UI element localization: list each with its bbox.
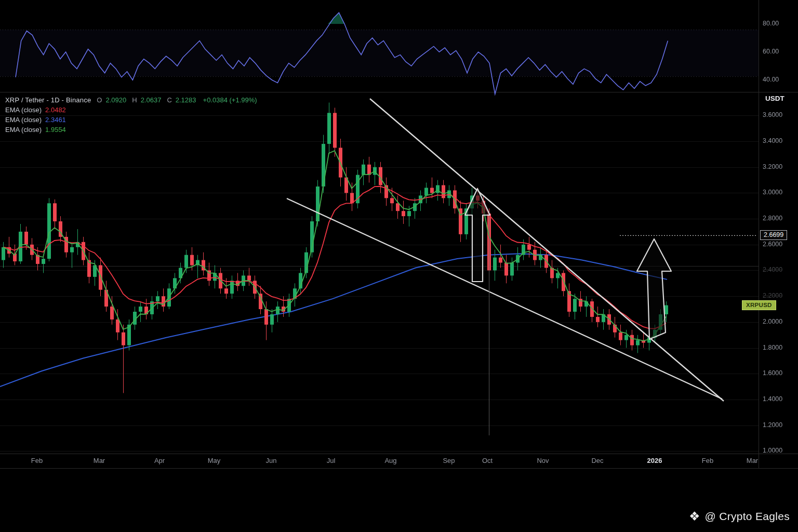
target-price-flag[interactable]: 2.6699 xyxy=(760,230,787,240)
time-axis-label: Aug xyxy=(384,457,396,464)
time-axis-label: Apr xyxy=(154,457,165,464)
price-axis-tick: 1.2000 xyxy=(763,421,782,429)
close-value: 2.1283 xyxy=(176,95,196,105)
price-axis-tick: 2.6000 xyxy=(763,241,782,248)
high-label: H xyxy=(132,95,137,105)
currency-label[interactable]: USDT xyxy=(765,95,784,102)
high-value: 2.0637 xyxy=(141,95,162,105)
ticker-price-flag[interactable]: XRPUSD xyxy=(742,300,776,310)
chart-legend: XRP / Tether - 1D - Binance O2.0920 H2.0… xyxy=(5,95,257,135)
watermark-text: @ Crypto Eagles xyxy=(704,510,790,523)
time-axis-label: Oct xyxy=(482,457,493,464)
price-axis-tick: 3.6000 xyxy=(763,111,782,118)
time-axis-label: Mar xyxy=(94,457,105,464)
price-axis-tick: 3.2000 xyxy=(763,163,782,170)
ema-row-2[interactable]: EMA (close) 2.3461 xyxy=(5,115,257,125)
price-axis-tick: 2.0000 xyxy=(763,318,782,325)
chart-canvas[interactable] xyxy=(0,0,798,532)
time-axis-label: Jul xyxy=(327,457,336,464)
open-label: O xyxy=(97,95,102,105)
rsi-axis-tick: 60.00 xyxy=(763,48,779,55)
ema-row-3[interactable]: EMA (close) 1.9554 xyxy=(5,125,257,135)
ema-1-label: EMA (close) xyxy=(5,105,42,115)
price-axis-tick: 1.4000 xyxy=(763,395,782,403)
price-axis-tick: 1.6000 xyxy=(763,369,782,377)
binance-diamond-icon: ❖ xyxy=(689,510,700,523)
rsi-axis-tick: 40.00 xyxy=(763,76,779,83)
ema-3-value: 1.9554 xyxy=(45,125,66,135)
time-axis-label: Feb xyxy=(702,457,713,464)
time-axis-label: Jun xyxy=(266,457,277,464)
time-axis-label: Dec xyxy=(591,457,603,464)
price-axis-tick: 2.4000 xyxy=(763,266,782,273)
price-axis-tick: 2.8000 xyxy=(763,215,782,222)
price-axis-tick: 3.4000 xyxy=(763,137,782,144)
close-label: C xyxy=(167,95,171,105)
time-axis-label: Feb xyxy=(31,457,43,464)
symbol-row[interactable]: XRP / Tether - 1D - Binance O2.0920 H2.0… xyxy=(5,95,257,105)
time-axis-label: May xyxy=(208,457,221,464)
price-axis-tick: 1.8000 xyxy=(763,344,782,351)
channel-watermark: ❖ @ Crypto Eagles xyxy=(689,510,790,523)
price-axis-tick: 1.0000 xyxy=(763,447,782,454)
symbol-title[interactable]: XRP / Tether - 1D - Binance xyxy=(5,95,91,105)
time-axis-label: Nov xyxy=(537,457,549,464)
time-axis-label: Mar xyxy=(747,457,758,464)
price-axis-tick: 3.0000 xyxy=(763,189,782,196)
ema-3-label: EMA (close) xyxy=(5,125,42,135)
ema-1-value: 2.0482 xyxy=(45,105,66,115)
rsi-axis-tick: 80.00 xyxy=(763,20,779,27)
time-axis-label: Sep xyxy=(443,457,455,464)
change-value: +0.0384 (+1.99%) xyxy=(203,95,257,105)
ema-2-value: 2.3461 xyxy=(45,115,66,125)
open-value: 2.0920 xyxy=(105,95,126,105)
ema-2-label: EMA (close) xyxy=(5,115,42,125)
price-axis-tick: 2.2000 xyxy=(763,292,782,299)
trading-chart-screen: XRP / Tether - 1D - Binance O2.0920 H2.0… xyxy=(0,0,798,532)
time-axis-label: 2026 xyxy=(647,457,662,464)
ema-row-1[interactable]: EMA (close) 2.0482 xyxy=(5,105,257,115)
